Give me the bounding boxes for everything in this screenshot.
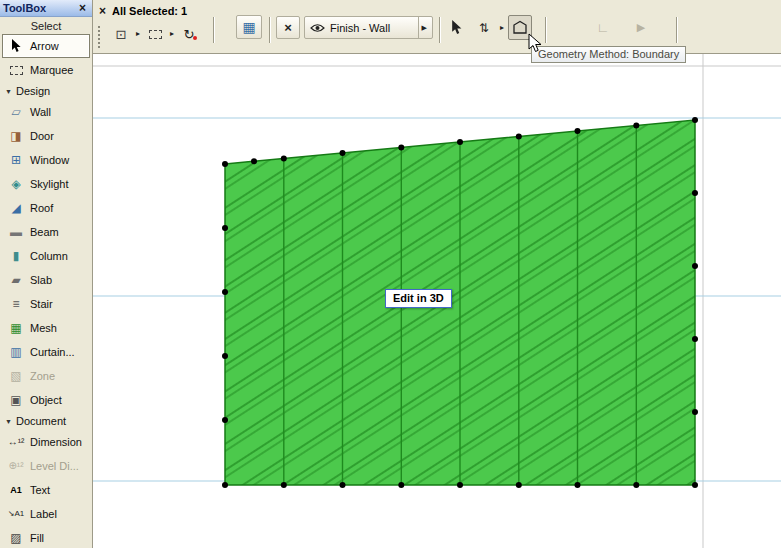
beam-icon: ▬ (7, 226, 25, 238)
geometry-method-tooltip: Geometry Method: Boundary (531, 46, 686, 63)
column-icon: ▮ (7, 250, 25, 262)
offset-icon: ⇅ (479, 22, 489, 34)
skylight-icon: ◈ (7, 178, 25, 190)
door-icon: ◨ (7, 130, 25, 142)
tool-column[interactable]: ▮ Column (0, 244, 92, 268)
tool-label: Mesh (30, 322, 57, 334)
tool-label: Fill (30, 532, 44, 544)
toolbox-select-header: Select (0, 17, 92, 34)
stretch-button[interactable]: × (276, 16, 300, 39)
edit-in-3d-button[interactable]: Edit in 3D (385, 289, 452, 308)
tool-zone: ▧ Zone (0, 364, 92, 388)
tool-object[interactable]: ▣ Object (0, 388, 92, 412)
play-icon: ▶ (637, 22, 645, 33)
text-icon: A1 (7, 486, 25, 495)
slab-icon: ▰ (7, 274, 25, 286)
dimension-icon: ↔¹² (7, 437, 25, 447)
tool-roof[interactable]: ◢ Roof (0, 196, 92, 220)
toolbox-titlebar[interactable]: ToolBox × (0, 0, 92, 17)
tool-label: Label (30, 508, 57, 520)
tool-beam[interactable]: ▬ Beam (0, 220, 92, 244)
split-arrow-icon[interactable]: ▸ (170, 30, 174, 38)
rotate-button[interactable]: ↻ (177, 23, 201, 45)
mouse-cursor (528, 33, 542, 53)
toolbar-close-icon[interactable]: × (96, 4, 109, 17)
geometry-method-cluster: ⇅ ▸ (445, 15, 532, 40)
tool-text[interactable]: A1 Text (0, 478, 92, 502)
tool-skylight[interactable]: ◈ Skylight (0, 172, 92, 196)
settings-cluster: ⊡ ▸ ▸ ↻ (109, 23, 201, 45)
tool-label: Skylight (30, 178, 69, 190)
marquee-icon (7, 66, 25, 75)
toolbar-separator (269, 17, 271, 43)
corner-tool-button: ∟ (591, 16, 615, 38)
tool-stair[interactable]: ≡ Stair (0, 292, 92, 316)
tool-curtain-wall[interactable]: ▥ Curtain... (0, 340, 92, 364)
toolbar-separator (676, 17, 678, 43)
section-collapse-icon: ▼ (5, 418, 12, 425)
finish-wall-dropdown[interactable]: Finish - Wall ▶ (304, 16, 433, 39)
geometry-method-offset-button[interactable]: ⇅ (472, 15, 496, 40)
selection-status: All Selected: 1 (112, 5, 187, 17)
section-document[interactable]: ▼ Document (0, 412, 92, 430)
tool-fill[interactable]: ▨ Fill (0, 526, 92, 548)
archicad-window: ToolBox × Select Arrow Marquee ▼ Design … (0, 0, 781, 548)
tool-label: Beam (30, 226, 59, 238)
tool-label: Object (30, 394, 62, 406)
tool-label: Window (30, 154, 69, 166)
play-button: ▶ (629, 16, 653, 38)
mesh-icon: ▦ (7, 322, 25, 334)
tool-dimension[interactable]: ↔¹² Dimension (0, 430, 92, 454)
level-dimension-icon: ⊕¹² (7, 461, 25, 471)
toolbar-drag-handle[interactable] (98, 26, 101, 48)
dropdown-arrow-icon[interactable]: ▶ (418, 17, 430, 38)
tool-label: Column (30, 250, 68, 262)
rotate-origin-dot (193, 36, 197, 40)
tool-label: Arrow (30, 40, 59, 52)
tool-label: Roof (30, 202, 53, 214)
tool-window[interactable]: ⊞ Window (0, 148, 92, 172)
finish-wall-label: Finish - Wall (330, 22, 413, 34)
drawing-canvas[interactable]: Edit in 3D (93, 54, 781, 548)
section-design[interactable]: ▼ Design (0, 82, 92, 100)
tool-marquee[interactable]: Marquee (0, 58, 92, 82)
grid-icon: ▦ (242, 20, 255, 34)
toolbar-separator (545, 17, 547, 43)
toolbox-close-icon[interactable]: × (76, 2, 89, 15)
marquee-options-icon (149, 30, 162, 39)
tool-label: Level Di... (30, 460, 79, 472)
marquee-options-button[interactable] (143, 23, 167, 45)
stretch-icon: × (284, 21, 292, 34)
object-icon: ▣ (7, 394, 25, 406)
eye-icon (310, 23, 325, 33)
tool-level-dimension: ⊕¹² Level Di... (0, 454, 92, 478)
section-collapse-icon: ▼ (5, 88, 12, 95)
tool-label: Curtain... (30, 346, 75, 358)
arrow-cursor-icon (451, 20, 463, 35)
tool-label: Marquee (30, 64, 73, 76)
tool-wall[interactable]: ▱ Wall (0, 100, 92, 124)
section-label: Design (16, 85, 50, 97)
tool-door[interactable]: ◨ Door (0, 124, 92, 148)
grid-button[interactable]: ▦ (236, 15, 262, 39)
geometry-method-arrow-button[interactable] (445, 15, 469, 40)
section-label: Document (16, 415, 66, 427)
tool-slab[interactable]: ▰ Slab (0, 268, 92, 292)
toolbox-title: ToolBox (3, 2, 76, 14)
split-arrow-icon[interactable]: ▸ (500, 24, 504, 32)
tool-label: Slab (30, 274, 52, 286)
tool-label: Dimension (30, 436, 82, 448)
zone-icon: ▧ (7, 370, 25, 382)
arrow-cursor-icon (7, 39, 25, 53)
tool-arrow[interactable]: Arrow (2, 34, 90, 58)
split-arrow-icon[interactable]: ▸ (136, 30, 140, 38)
boundary-polygon-icon (512, 20, 528, 35)
corner-icon: ∟ (597, 21, 610, 34)
tool-label[interactable]: ↘A1 Label (0, 502, 92, 526)
curtain-wall-icon: ▥ (7, 346, 25, 358)
tool-mesh[interactable]: ▦ Mesh (0, 316, 92, 340)
pet-palette-button[interactable]: ⊡ (109, 23, 133, 45)
tool-label: Door (30, 130, 54, 142)
window-icon: ⊞ (7, 154, 25, 166)
tool-label: Stair (30, 298, 53, 310)
